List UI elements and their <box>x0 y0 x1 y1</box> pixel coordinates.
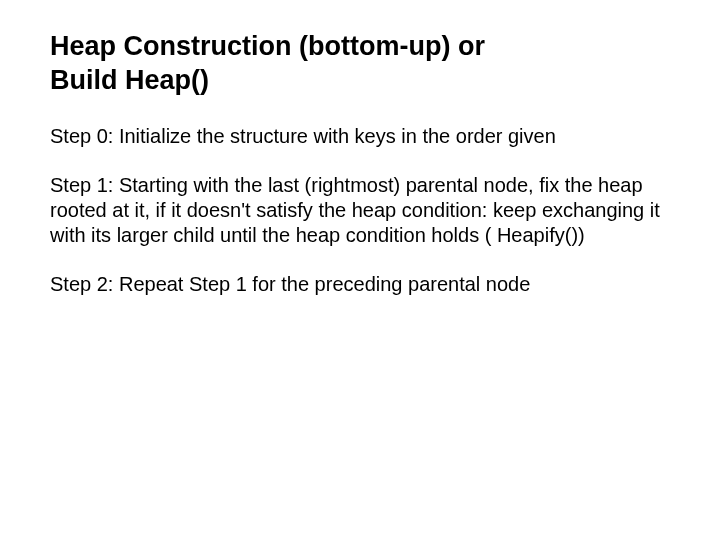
slide-body: Step 0: Initialize the structure with ke… <box>50 124 678 297</box>
title-line-1: Heap Construction (bottom-up) or <box>50 31 485 61</box>
step-0-text: Step 0: Initialize the structure with ke… <box>50 124 678 149</box>
slide-title: Heap Construction (bottom-up) or Build H… <box>50 30 678 98</box>
step-1-text: Step 1: Starting with the last (rightmos… <box>50 173 678 248</box>
title-line-2: Build Heap() <box>50 65 209 95</box>
step-2-text: Step 2: Repeat Step 1 for the preceding … <box>50 272 678 297</box>
slide-content: Heap Construction (bottom-up) or Build H… <box>0 0 720 351</box>
